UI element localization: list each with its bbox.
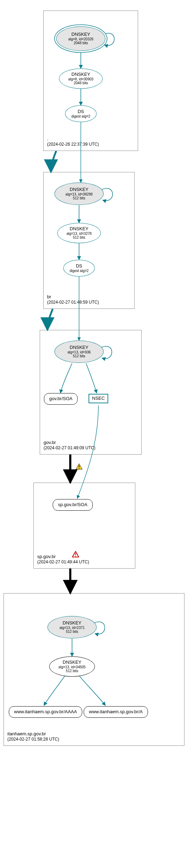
root-zsk: DNSKEY alg=8, id=30903 2048 bits <box>59 68 103 89</box>
sp-soa: sp.gov.br/SOA <box>53 499 93 511</box>
itan-aaaa: www.itanhaem.sp.gov.br/AAAA <box>9 706 82 718</box>
svg-rect-0 <box>79 465 79 467</box>
br-zsk: DNSKEY alg=13, id=3278 512 bits <box>57 223 101 243</box>
itan-ksk: DNSKEY alg=13, id=2371 512 bits <box>47 616 97 638</box>
govbr-soa: gov.br/SOA <box>44 393 78 405</box>
govbr-ksk: DNSKEY alg=13, id=936 512 bits <box>54 340 104 363</box>
warning-icon <box>76 463 83 470</box>
root-ds: DS digest alg=2 <box>65 105 97 122</box>
svg-rect-1 <box>79 468 79 469</box>
itan-a: www.itanhaem.sp.gov.br/A <box>84 706 148 718</box>
svg-rect-2 <box>75 553 76 555</box>
zone-sp: sp.gov.br (2024-02-27 01:49:44 UTC) <box>33 483 135 569</box>
zone-sp-label: sp.gov.br (2024-02-27 01:49:44 UTC) <box>37 554 89 565</box>
nsec: NSEC <box>89 394 108 403</box>
dnssec-diagram: . (2024-02-26 22:37:39 UTC) br (2024-02-… <box>0 0 188 868</box>
zone-br-label: br (2024-02-27 01:48:59 UTC) <box>47 294 99 305</box>
br-ds: DS digest alg=2 <box>63 260 95 277</box>
root-ksk: DNSKEY alg=8, id=20326 2048 bits <box>56 26 105 51</box>
itan-zsk: DNSKEY alg=13, id=34505 512 bits <box>49 656 95 677</box>
svg-rect-3 <box>75 556 76 556</box>
zone-root-label: . (2024-02-26 22:37:39 UTC) <box>47 136 99 147</box>
zone-itan: itanhaem.sp.gov.br (2024-02-27 01:58:28 … <box>4 593 184 746</box>
zone-itan-label: itanhaem.sp.gov.br (2024-02-27 01:58:28 … <box>7 731 59 742</box>
error-icon <box>72 551 79 557</box>
zone-govbr-label: gov.br (2024-02-27 01:49:09 UTC) <box>44 440 95 451</box>
br-ksk: DNSKEY alg=13, id=38298 512 bits <box>54 183 104 205</box>
